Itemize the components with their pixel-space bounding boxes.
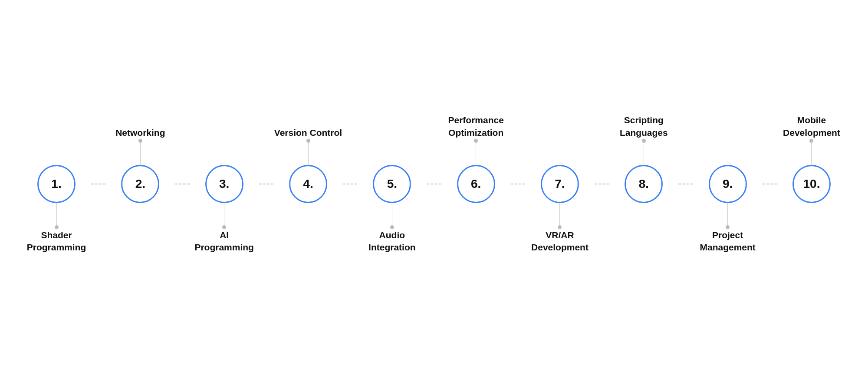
node-column-8: Scripting Languages8. <box>609 91 678 277</box>
h-line-4 <box>343 91 357 277</box>
dot-top-8 <box>642 139 646 143</box>
node-column-3: 3.AI Programming <box>190 91 259 277</box>
node-number-9: 9. <box>723 177 733 191</box>
node-column-4: Version Control4. <box>273 91 343 277</box>
top-label-4: Version Control <box>274 91 342 139</box>
circle-node-1[interactable]: 1. <box>37 165 76 203</box>
bottom-connector-9 <box>726 203 730 229</box>
timeline: 1.Shader ProgrammingNetworking2.3.AI Pro… <box>22 91 846 277</box>
node-column-10: Mobile Development10. <box>777 91 846 277</box>
h-line-7 <box>595 91 609 277</box>
dot-bottom-1 <box>55 225 59 229</box>
circle-node-6[interactable]: 6. <box>457 165 495 203</box>
node-number-6: 6. <box>471 177 481 191</box>
circle-node-7[interactable]: 7. <box>541 165 579 203</box>
top-label-8: Scripting Languages <box>620 91 668 139</box>
h-line-5 <box>427 91 441 277</box>
node-column-7: 7.VR/AR Development <box>525 91 595 277</box>
bottom-label-7: VR/AR Development <box>531 229 589 277</box>
bottom-connector-3 <box>222 203 226 229</box>
dot-top-2 <box>138 139 142 143</box>
circle-node-2[interactable]: 2. <box>121 165 159 203</box>
node-number-5: 5. <box>387 177 397 191</box>
circle-node-5[interactable]: 5. <box>373 165 411 203</box>
bottom-label-5: Audio Integration <box>368 229 416 277</box>
node-number-10: 10. <box>803 177 820 191</box>
h-line-9 <box>763 91 777 277</box>
bottom-label-1: Shader Programming <box>27 229 86 277</box>
dot-bottom-5 <box>390 225 394 229</box>
node-number-3: 3. <box>219 177 229 191</box>
h-line-3 <box>259 91 273 277</box>
bottom-label-3: AI Programming <box>194 229 254 277</box>
top-connector-4 <box>306 139 310 165</box>
circle-node-3[interactable]: 3. <box>205 165 243 203</box>
top-label-2: Networking <box>115 91 165 139</box>
circle-node-9[interactable]: 9. <box>709 165 747 203</box>
node-number-2: 2. <box>135 177 145 191</box>
h-line-6 <box>511 91 525 277</box>
top-connector-2 <box>138 139 142 165</box>
node-column-9: 9.Project Management <box>693 91 763 277</box>
top-connector-8 <box>642 139 646 165</box>
node-number-4: 4. <box>303 177 313 191</box>
dot-top-10 <box>809 139 813 143</box>
node-number-7: 7. <box>555 177 565 191</box>
dot-top-6 <box>474 139 478 143</box>
bottom-connector-5 <box>390 203 394 229</box>
bottom-label-9: Project Management <box>700 229 755 277</box>
bottom-connector-7 <box>558 203 562 229</box>
top-connector-10 <box>809 139 813 165</box>
node-column-5: 5.Audio Integration <box>357 91 427 277</box>
circle-node-4[interactable]: 4. <box>289 165 327 203</box>
node-number-1: 1. <box>51 177 61 191</box>
top-connector-6 <box>474 139 478 165</box>
top-label-10: Mobile Development <box>783 91 840 139</box>
bottom-connector-1 <box>55 203 59 229</box>
dot-bottom-7 <box>558 225 562 229</box>
h-line-2 <box>175 91 189 277</box>
timeline-container: 1.Shader ProgrammingNetworking2.3.AI Pro… <box>22 91 846 277</box>
dot-bottom-9 <box>726 225 730 229</box>
node-number-8: 8. <box>639 177 649 191</box>
h-line-1 <box>91 91 105 277</box>
dot-top-4 <box>306 139 310 143</box>
node-column-2: Networking2. <box>105 91 175 277</box>
node-column-1: 1.Shader Programming <box>22 91 91 277</box>
circle-node-10[interactable]: 10. <box>792 165 831 203</box>
circle-node-8[interactable]: 8. <box>625 165 663 203</box>
top-label-6: Performance Optimization <box>448 91 503 139</box>
h-line-8 <box>678 91 693 277</box>
node-column-6: Performance Optimization6. <box>441 91 511 277</box>
dot-bottom-3 <box>222 225 226 229</box>
